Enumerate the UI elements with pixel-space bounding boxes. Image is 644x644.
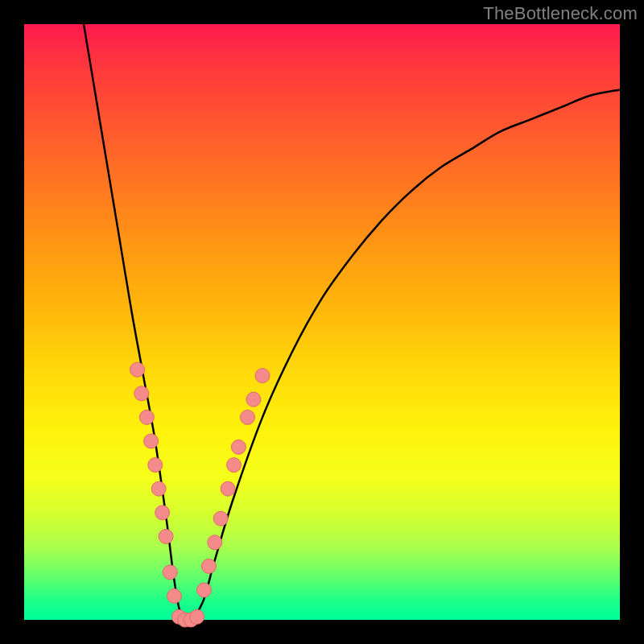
data-dot <box>148 458 163 473</box>
data-dot <box>163 565 177 580</box>
data-dot <box>208 535 222 550</box>
data-dot <box>139 410 154 424</box>
data-dot <box>255 369 270 383</box>
chart-svg <box>24 24 620 620</box>
data-dots <box>130 362 270 627</box>
data-dot <box>221 481 235 496</box>
data-dot <box>144 434 159 448</box>
data-dot <box>151 481 166 496</box>
data-dot <box>159 529 173 543</box>
data-dot <box>227 458 242 473</box>
data-dot <box>190 609 204 624</box>
watermark-text: TheBottleneck.com <box>483 3 638 24</box>
data-dot <box>197 583 212 597</box>
data-dot <box>130 362 145 377</box>
data-dot <box>231 440 246 454</box>
data-dot <box>134 386 149 401</box>
data-dot <box>213 511 228 526</box>
data-dot <box>155 506 170 520</box>
plot-area <box>24 24 620 620</box>
data-dot <box>241 410 255 424</box>
data-dot <box>246 392 261 407</box>
data-dot <box>167 588 182 603</box>
chart-frame: TheBottleneck.com <box>0 0 644 644</box>
data-dot <box>201 559 216 573</box>
